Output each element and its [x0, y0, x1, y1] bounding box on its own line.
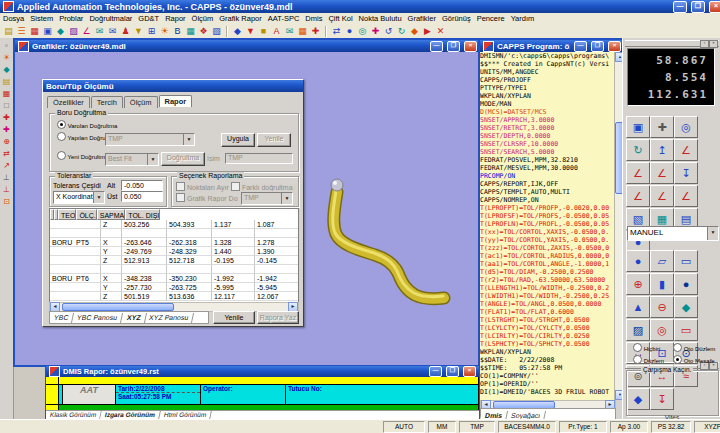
collision-option[interactable]: Düzlem — [633, 355, 664, 364]
feature-tool-icon[interactable]: ◎ — [650, 319, 674, 341]
report-close-button[interactable]: × — [463, 366, 476, 377]
toolbar-icon[interactable]: B — [171, 25, 184, 37]
axis-tab[interactable]: YBC Panosu — [72, 313, 123, 323]
toolbar-icon[interactable]: ⇄ — [330, 25, 343, 37]
menu-item[interactable]: Nokta Bulutu — [356, 14, 405, 23]
left-toolbar-icon[interactable]: ▫ — [1, 40, 12, 51]
radio-select-alignment[interactable]: Yapılan Doğrultmaya Seç — [57, 132, 103, 141]
dialog-tab[interactable]: Rapor — [159, 95, 193, 107]
graphics-minimize-button[interactable]: — — [430, 41, 443, 52]
program-close-button[interactable]: × — [608, 41, 621, 52]
left-toolbar-icon[interactable]: ↗ — [1, 160, 12, 171]
refresh-button-disabled[interactable]: Yenile — [257, 133, 291, 147]
dialog-tab[interactable]: Tercih — [91, 96, 123, 108]
feature-tool-icon[interactable]: ⊕ — [626, 273, 650, 295]
menu-item[interactable]: Grafik Rapor — [216, 14, 265, 23]
apply-button[interactable]: Uygula — [221, 133, 255, 147]
toolbar-icon[interactable]: ✚ — [309, 25, 322, 37]
feature-tool-icon[interactable]: ▨ — [626, 319, 650, 341]
toolbar-icon[interactable]: ◆ — [408, 25, 421, 37]
close-button[interactable]: × — [709, 1, 720, 13]
toolbar-icon[interactable]: ■ — [257, 25, 270, 37]
upper-tolerance-field[interactable] — [121, 191, 163, 202]
toolbar-icon[interactable]: ▦ — [296, 25, 309, 37]
left-toolbar-icon[interactable]: ▦ — [1, 88, 12, 99]
toolbar-icon[interactable]: ◆ — [54, 25, 67, 37]
dialog-tab[interactable]: Özellikler — [47, 96, 90, 108]
menu-item[interactable]: Yardım — [508, 14, 538, 23]
toolbar-icon[interactable]: ▦ — [28, 25, 41, 37]
menu-item[interactable]: Görünüş — [439, 14, 474, 23]
toolbar-icon[interactable]: A — [270, 25, 283, 37]
graphics-close-button[interactable]: × — [464, 41, 477, 52]
table-row[interactable]: Z501.519513.63612.11712.067 — [50, 292, 298, 301]
write-report-button[interactable]: Rapora Yaz — [257, 311, 299, 324]
statusbar-cell[interactable]: AUTO — [383, 421, 425, 433]
statusbar-cell[interactable]: Pr.Type: 1 — [559, 421, 607, 433]
left-toolbar-icon[interactable]: ▤ — [1, 76, 12, 87]
table-row[interactable]: Z503.256504.3931.1371.087 — [50, 220, 298, 229]
collision-option[interactable]: Oto Mesafe — [673, 355, 715, 364]
menu-item[interactable]: GD&T — [135, 14, 162, 23]
toolbar-icon[interactable]: ▧ — [210, 25, 223, 37]
minimize-button[interactable]: — — [673, 1, 687, 13]
toolbar-icon[interactable]: ∠ — [80, 25, 93, 37]
toolbar-icon[interactable]: ▼ — [244, 25, 257, 37]
report-view-tab[interactable]: Html Görünüm — [159, 411, 212, 419]
view-tool-icon[interactable]: ∠ — [674, 139, 698, 161]
toolbar-icon[interactable]: ✉ — [283, 25, 296, 37]
left-toolbar-icon[interactable]: □ — [1, 100, 12, 111]
left-toolbar-icon[interactable]: ⇄ — [1, 148, 12, 159]
statusbar-cell[interactable]: PS 32.82 — [651, 421, 691, 433]
toolbar-icon[interactable]: ▣ — [41, 25, 54, 37]
left-toolbar-icon[interactable]: ⊡ — [1, 196, 12, 207]
toolbar-icon[interactable]: ⊞ — [145, 25, 158, 37]
toolbar-icon[interactable]: ↺ — [382, 25, 395, 37]
report-maximize-button[interactable]: ❐ — [446, 366, 459, 377]
radio-new-alignment[interactable]: Yeni Doğrultma Oluştur — [57, 151, 103, 160]
feature-tool-icon[interactable]: ▮ — [650, 273, 674, 295]
menu-item[interactable]: Rapor — [162, 14, 188, 23]
toolbar-icon[interactable]: ● — [343, 25, 356, 37]
left-toolbar-icon[interactable]: ⊥ — [1, 172, 12, 183]
lower-tolerance-field[interactable] — [121, 180, 163, 191]
collision-option[interactable]: Oto Düzlem — [673, 343, 715, 352]
dro-panel-handle[interactable]: ▫ × — [625, 40, 719, 47]
table-row[interactable] — [50, 229, 298, 238]
table-row[interactable]: BORU_PT6X-348.238-350.230-1.992-1.942 — [50, 274, 298, 283]
toolbar-icon[interactable]: ✕ — [434, 25, 447, 37]
left-toolbar-icon[interactable]: ⊥ — [1, 184, 12, 195]
report-minimize-button[interactable]: — — [429, 366, 442, 377]
view-tool-icon[interactable]: ↥ — [650, 139, 674, 161]
statusbar-cell[interactable]: TMP — [459, 421, 495, 433]
feature-tool-icon[interactable]: ▭ — [674, 250, 698, 272]
toolbar-icon[interactable]: ▼ — [132, 25, 145, 37]
panel-close-icon[interactable]: × — [709, 40, 718, 48]
view-tool-icon[interactable]: ∠ — [626, 185, 650, 207]
feature-tool-icon[interactable]: ● — [674, 273, 698, 295]
radio-existing-alignment[interactable]: Varolan Doğrultma — [57, 120, 117, 129]
statusbar-cell[interactable]: XYZPD — [694, 421, 720, 433]
tolerance-axis-combo[interactable]: X Koordinat▼ — [53, 191, 105, 204]
menu-item[interactable]: Sistem — [27, 14, 56, 23]
mode-combo[interactable]: MANUEL▼ — [627, 226, 719, 241]
left-toolbar-icon[interactable]: ◆ — [1, 64, 12, 75]
report-grid[interactable]: AAT Tarih:2/22/2008 Saat:05:27:58 PM Ope… — [46, 377, 479, 411]
report-file-combo[interactable]: TMP▼ — [241, 192, 293, 205]
feature-tool-icon[interactable]: ● — [626, 250, 650, 272]
menu-item[interactable]: Çift Kol — [325, 14, 355, 23]
toolbar-icon[interactable]: ▤ — [2, 25, 15, 37]
use-other-alignment-checkbox[interactable]: Farklı doğrultma Kullan — [231, 182, 295, 191]
graphics-viewport[interactable]: Boru/Tüp Ölçümü ÖzelliklerTercihÖlçümRap… — [15, 52, 480, 365]
program-minimize-button[interactable]: — — [574, 41, 587, 52]
program-titlebar[interactable]: CAPPS Program: özünver49.... — ❐ × — [480, 40, 624, 52]
table-row[interactable]: Y-257.730-263.725-5.995-5.945 — [50, 283, 298, 292]
results-column-header[interactable]: TEO — [58, 209, 76, 220]
results-column-header[interactable]: TOL. DIŞI — [125, 209, 160, 220]
view-tool-icon[interactable]: ↻ — [626, 139, 650, 161]
statusbar-cell[interactable]: MM — [428, 421, 456, 433]
toolbar-icon[interactable]: ☀ — [158, 25, 171, 37]
graphics-maximize-button[interactable]: ❐ — [447, 41, 460, 52]
dialog-tab[interactable]: Ölçüm — [124, 96, 158, 108]
menu-item[interactable]: Ölçüm — [189, 14, 217, 23]
